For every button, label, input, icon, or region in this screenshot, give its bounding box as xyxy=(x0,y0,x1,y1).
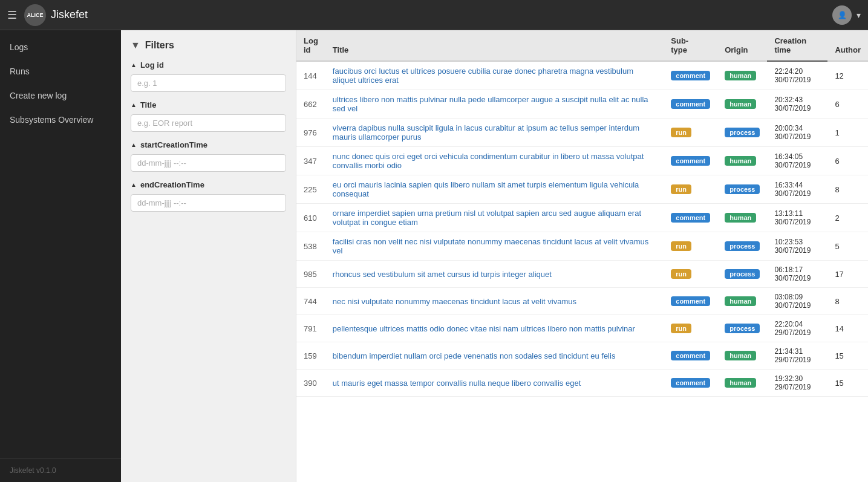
title-link[interactable]: bibendum imperdiet nullam orci pede vene… xyxy=(333,351,616,360)
cell-title: rhoncus sed vestibulum sit amet cursus i… xyxy=(325,261,664,288)
title-link[interactable]: ut mauris eget massa tempor convallis nu… xyxy=(333,379,581,388)
subtype-badge: comment xyxy=(671,99,710,109)
cell-origin: process xyxy=(717,232,767,261)
sidebar-item-runs[interactable]: Runs xyxy=(0,59,121,83)
filter-section-end-creation-header[interactable]: ▲ endCreationTime xyxy=(131,180,286,189)
cell-origin: human xyxy=(717,90,767,119)
origin-badge: human xyxy=(725,378,756,388)
cell-subtype: run xyxy=(664,232,717,261)
cell-author: 12 xyxy=(827,61,868,90)
filter-section-start-creation-label: startCreationTime xyxy=(140,140,207,149)
hamburger-icon[interactable]: ☰ xyxy=(7,8,17,22)
dropdown-arrow-icon[interactable]: ▾ xyxy=(857,10,861,20)
sidebar-item-subsystems[interactable]: Subsystems Overview xyxy=(0,108,121,132)
app-title: Jiskefet xyxy=(51,8,88,21)
filter-section-title: ▲ Title xyxy=(131,100,286,132)
content-area: Logid Title Sub-type Origin Creationtime… xyxy=(296,30,868,482)
origin-badge: process xyxy=(725,324,760,333)
filter-section-title-header[interactable]: ▲ Title xyxy=(131,100,286,109)
cell-author: 14 xyxy=(827,315,868,342)
filter-panel: ▼ Filters ▲ Log id ▲ Title ▲ startCreati… xyxy=(121,30,296,482)
cell-title: ut mauris eget massa tempor convallis nu… xyxy=(325,370,664,397)
filter-end-creation-input[interactable] xyxy=(131,194,286,212)
title-link[interactable]: nunc donec quis orci eget orci vehicula … xyxy=(333,152,644,170)
cell-log-id: 159 xyxy=(296,342,325,370)
subtype-badge: run xyxy=(671,324,691,333)
filter-start-creation-input[interactable] xyxy=(131,154,286,172)
sidebar-item-create-log[interactable]: Create new log xyxy=(0,83,121,108)
table-header-row: Logid Title Sub-type Origin Creationtime… xyxy=(296,30,868,61)
cell-log-id: 347 xyxy=(296,147,325,175)
title-link[interactable]: rhoncus sed vestibulum sit amet cursus i… xyxy=(333,270,552,279)
table-row: 538 facilisi cras non velit nec nisi vul… xyxy=(296,232,868,261)
cell-creation-time: 19:32:3029/07/2019 xyxy=(767,370,827,397)
cell-log-id: 225 xyxy=(296,175,325,204)
th-title: Title xyxy=(325,30,664,61)
cell-creation-time: 16:33:4430/07/2019 xyxy=(767,175,827,204)
cell-author: 15 xyxy=(827,342,868,370)
subtype-badge: run xyxy=(671,241,691,251)
title-link[interactable]: pellentesque ultrices mattis odio donec … xyxy=(333,324,635,333)
cell-creation-time: 06:18:1730/07/2019 xyxy=(767,261,827,288)
cell-log-id: 744 xyxy=(296,288,325,315)
sidebar-item-logs[interactable]: Logs xyxy=(0,35,121,59)
filter-section-log-id-label: Log id xyxy=(140,60,164,70)
subtype-badge: run xyxy=(671,184,691,194)
cell-creation-time: 21:34:3129/07/2019 xyxy=(767,342,827,370)
sidebar: Logs Runs Create new log Subsystems Over… xyxy=(0,30,121,482)
cell-author: 1 xyxy=(827,119,868,147)
title-link[interactable]: facilisi cras non velit nec nisi vulputa… xyxy=(333,237,648,255)
main-layout: Logs Runs Create new log Subsystems Over… xyxy=(0,30,868,482)
cell-author: 15 xyxy=(827,370,868,397)
th-creation-time[interactable]: Creationtime xyxy=(767,30,827,61)
origin-badge: human xyxy=(725,156,756,166)
origin-badge: human xyxy=(725,99,756,109)
title-link[interactable]: nec nisi vulputate nonummy maecenas tinc… xyxy=(333,297,576,306)
cell-author: 6 xyxy=(827,147,868,175)
cell-title: nec nisi vulputate nonummy maecenas tinc… xyxy=(325,288,664,315)
origin-badge: process xyxy=(725,128,760,137)
cell-origin: process xyxy=(717,119,767,147)
subtype-badge: run xyxy=(671,128,691,137)
filter-title-input[interactable] xyxy=(131,114,286,132)
cell-subtype: comment xyxy=(664,204,717,232)
table-row: 159 bibendum imperdiet nullam orci pede … xyxy=(296,342,868,370)
cell-title: facilisi cras non velit nec nisi vulputa… xyxy=(325,232,664,261)
cell-subtype: comment xyxy=(664,342,717,370)
chevron-up-icon: ▲ xyxy=(131,62,137,68)
title-link[interactable]: faucibus orci luctus et ultrices posuere… xyxy=(333,67,633,85)
chevron-up-icon-4: ▲ xyxy=(131,181,137,188)
cell-subtype: comment xyxy=(664,90,717,119)
filter-section-start-creation: ▲ startCreationTime xyxy=(131,140,286,172)
cell-author: 6 xyxy=(827,90,868,119)
cell-creation-time: 10:23:5330/07/2019 xyxy=(767,232,827,261)
th-log-id[interactable]: Logid xyxy=(296,30,325,61)
table-row: 985 rhoncus sed vestibulum sit amet curs… xyxy=(296,261,868,288)
filter-section-start-creation-header[interactable]: ▲ startCreationTime xyxy=(131,140,286,149)
cell-creation-time: 03:08:0930/07/2019 xyxy=(767,288,827,315)
logo-text: ALICE xyxy=(27,12,44,18)
cell-subtype: comment xyxy=(664,288,717,315)
title-link[interactable]: ornare imperdiet sapien urna pretium nis… xyxy=(333,209,641,227)
cell-log-id: 144 xyxy=(296,61,325,90)
topbar-right: 👤 ▾ xyxy=(832,5,861,25)
filter-log-id-input[interactable] xyxy=(131,74,286,92)
cell-creation-time: 13:13:1130/07/2019 xyxy=(767,204,827,232)
title-link[interactable]: viverra dapibus nulla suscipit ligula in… xyxy=(333,123,639,142)
cell-origin: human xyxy=(717,370,767,397)
cell-origin: human xyxy=(717,288,767,315)
user-avatar[interactable]: 👤 xyxy=(832,5,852,25)
cell-origin: process xyxy=(717,315,767,342)
filter-section-log-id-header[interactable]: ▲ Log id xyxy=(131,60,286,70)
table-row: 662 ultrices libero non mattis pulvinar … xyxy=(296,90,868,119)
cell-creation-time: 22:20:0429/07/2019 xyxy=(767,315,827,342)
cell-title: faucibus orci luctus et ultrices posuere… xyxy=(325,61,664,90)
cell-origin: process xyxy=(717,175,767,204)
cell-subtype: run xyxy=(664,175,717,204)
topbar: ☰ ALICE Jiskefet 👤 ▾ xyxy=(0,0,868,30)
title-link[interactable]: ultrices libero non mattis pulvinar null… xyxy=(333,95,648,113)
cell-title: ornare imperdiet sapien urna pretium nis… xyxy=(325,204,664,232)
th-origin: Origin xyxy=(717,30,767,61)
cell-creation-time: 20:32:4330/07/2019 xyxy=(767,90,827,119)
title-link[interactable]: eu orci mauris lacinia sapien quis liber… xyxy=(333,180,639,198)
